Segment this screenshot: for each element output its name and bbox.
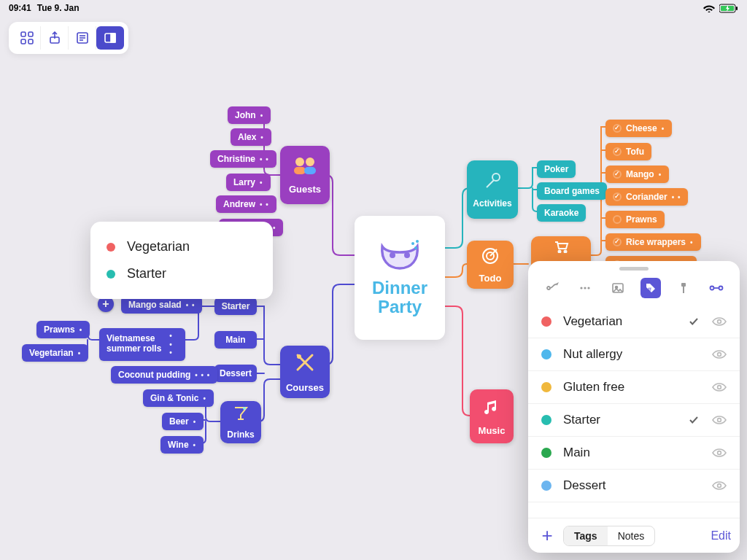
svg-point-23	[297, 354, 301, 359]
drink-gin[interactable]: Gin & Tonic•	[143, 389, 214, 407]
item-prawns[interactable]: Prawns•	[36, 321, 90, 338]
add-tag-button[interactable]: +	[537, 524, 557, 547]
svg-rect-21	[294, 167, 306, 174]
eye-icon[interactable]	[712, 382, 727, 392]
svg-point-24	[243, 407, 246, 410]
branch-activities[interactable]: Activities	[467, 160, 518, 219]
tag-name: Starter	[563, 413, 677, 427]
utensils-icon	[294, 351, 316, 378]
tag-name: Main	[563, 446, 677, 460]
act-boardgames[interactable]: Board games	[537, 182, 607, 200]
act-poker[interactable]: Poker	[537, 160, 576, 178]
branch-courses[interactable]: Courses	[280, 346, 330, 398]
tag-swatch	[541, 448, 551, 458]
more-icon[interactable]	[575, 278, 595, 298]
shop-coriander[interactable]: Coriander• •	[605, 188, 688, 206]
cocktail-icon	[232, 405, 249, 425]
svg-point-18	[414, 246, 417, 249]
svg-rect-38	[683, 287, 684, 293]
guest-larry[interactable]: Larry•	[226, 174, 271, 191]
course-starter[interactable]: Starter	[214, 298, 257, 315]
svg-point-40	[719, 287, 722, 290]
seg-tags[interactable]: Tags	[564, 526, 608, 545]
svg-point-43	[718, 353, 721, 357]
item-summer-rolls[interactable]: Vietnamese summer rolls• • •	[99, 328, 185, 361]
shop-tofu[interactable]: Tofu	[605, 143, 651, 160]
shop-prawns[interactable]: Prawns	[605, 211, 665, 228]
svg-rect-22	[304, 167, 316, 174]
guest-christine[interactable]: Christine• •	[210, 150, 276, 168]
svg-point-15	[404, 252, 410, 258]
svg-point-29	[565, 251, 567, 253]
item-coconut-pudding[interactable]: Coconut pudding• • •	[111, 366, 217, 384]
tag-name: Gluten free	[563, 380, 677, 394]
panel-grabber[interactable]	[619, 267, 649, 271]
course-drinks[interactable]: Drinks	[220, 401, 261, 443]
branch-music[interactable]: Music	[470, 389, 514, 443]
tag-row[interactable]: Vegetarian	[528, 306, 740, 338]
mask-icon	[378, 239, 422, 271]
guest-alex[interactable]: Alex•	[231, 128, 271, 146]
swatch-starter	[107, 270, 115, 279]
svg-point-33	[587, 287, 589, 289]
shop-rice[interactable]: Rice wrappers•	[605, 233, 701, 251]
tags-panel: # VegetarianNut allergyGluten freeStarte…	[528, 261, 740, 553]
drink-beer[interactable]: Beer•	[162, 413, 204, 430]
tag-name: Nut allergy	[563, 347, 677, 362]
edit-button[interactable]: Edit	[711, 529, 731, 542]
tag-name: Dessert	[563, 478, 677, 493]
connect-icon[interactable]	[542, 278, 562, 298]
root-title-2: Party	[378, 297, 422, 316]
eye-icon[interactable]	[712, 448, 727, 458]
panel-footer: + Tags Notes Edit	[528, 518, 740, 553]
svg-point-44	[718, 386, 721, 389]
eye-icon[interactable]	[712, 415, 727, 425]
link-icon[interactable]	[706, 278, 727, 298]
guest-andrew[interactable]: Andrew• •	[216, 195, 276, 213]
shop-mango[interactable]: Mango•	[605, 166, 669, 183]
music-icon	[481, 397, 502, 421]
segmented-control[interactable]: Tags Notes	[563, 526, 655, 546]
tag-swatch	[541, 382, 551, 392]
eye-icon[interactable]	[712, 349, 727, 359]
svg-point-17	[416, 240, 419, 243]
tag-row[interactable]: Nut allergy	[528, 338, 740, 371]
svg-point-20	[306, 158, 314, 166]
course-main[interactable]: Main	[214, 331, 257, 349]
act-karaoke[interactable]: Karaoke	[537, 204, 586, 222]
tag-icon[interactable]: #	[640, 278, 661, 298]
swatch-vegetarian	[107, 243, 115, 252]
svg-point-45	[718, 419, 721, 422]
tag-row[interactable]: Gluten free	[528, 371, 740, 404]
svg-point-16	[411, 242, 414, 245]
panel-toolbar: #	[528, 273, 740, 306]
item-vegetarian-roll[interactable]: Vegetarian•	[22, 344, 88, 362]
eye-icon[interactable]	[712, 481, 727, 491]
tag-row[interactable]: Dessert	[528, 470, 740, 502]
root-node[interactable]: Dinner Party	[355, 216, 445, 340]
root-title-1: Dinner	[372, 278, 427, 298]
eye-icon[interactable]	[712, 316, 727, 327]
shop-cheese[interactable]: Cheese•	[605, 120, 672, 137]
tag-row[interactable]: Starter	[528, 404, 740, 437]
svg-point-31	[580, 287, 582, 289]
popover-row[interactable]: Starter	[107, 260, 254, 287]
popover-row[interactable]: Vegetarian	[107, 233, 254, 260]
tag-row[interactable]: Main	[528, 437, 740, 470]
course-dessert[interactable]: Dessert	[214, 365, 257, 382]
branch-todo[interactable]: Todo	[467, 241, 514, 289]
guest-john[interactable]: John•	[228, 106, 271, 124]
seg-notes[interactable]: Notes	[608, 526, 655, 545]
svg-point-28	[559, 251, 561, 253]
svg-point-30	[547, 287, 550, 289]
check-icon	[689, 316, 700, 327]
image-icon[interactable]	[608, 278, 628, 298]
guests-label: Guests	[289, 184, 321, 195]
tag-swatch	[541, 349, 551, 359]
branch-guests[interactable]: Guests	[280, 146, 330, 204]
people-icon	[291, 156, 319, 179]
tag-swatch	[541, 415, 551, 425]
drink-wine[interactable]: Wine•	[160, 436, 204, 454]
style-icon[interactable]	[673, 278, 694, 298]
tag-popover: Vegetarian Starter	[90, 222, 273, 299]
